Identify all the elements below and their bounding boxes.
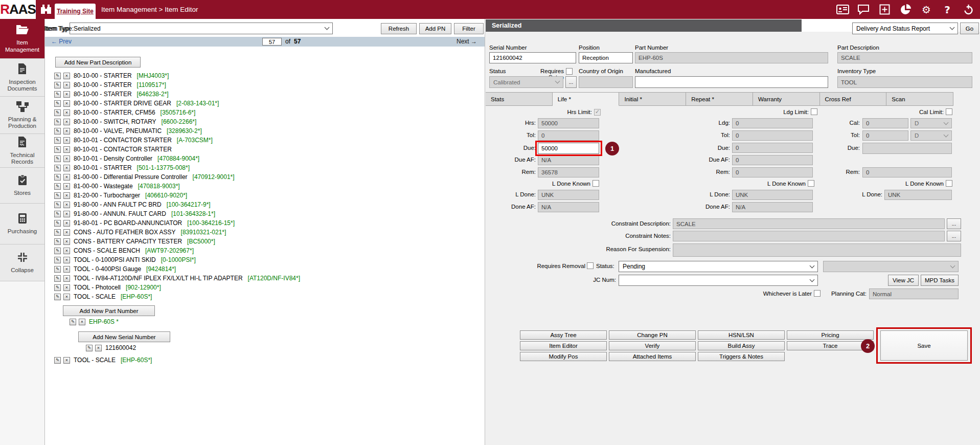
delete-x-icon[interactable]: × [95,345,102,351]
item-part-number[interactable]: [470884-9004*] [157,155,199,162]
item-part-number[interactable]: [646238-2*] [137,91,169,98]
delete-x-icon[interactable]: × [63,137,70,144]
jc-num-select[interactable] [619,275,818,286]
page-number-input[interactable]: 57 [262,38,282,46]
delete-x-icon[interactable]: × [63,146,70,153]
item-description[interactable]: CONS - SCALE BENCH [74,247,140,254]
sidebar-collapse-button[interactable]: Collapse [0,244,44,281]
item-part-number[interactable]: [AT120D/NF-IV84*] [248,275,300,282]
item-description[interactable]: 80-10-01 - CONTACTOR STARTER [74,137,172,144]
chat-icon[interactable] [857,3,870,16]
edit-icon[interactable]: ✎ [54,284,61,291]
edit-icon[interactable]: ✎ [54,183,61,190]
item-description[interactable]: 80-10-00 - STARTER [74,81,132,88]
item-part-number[interactable]: [501-1-13775-008*] [137,164,190,171]
report-select[interactable]: Delivery And Status Report [852,23,958,34]
edit-icon[interactable]: ✎ [54,229,61,236]
delete-x-icon[interactable]: × [63,211,70,217]
item-description[interactable]: 91-80-00 - ANN FAULT PC BRD [74,201,162,208]
edit-icon[interactable]: ✎ [54,192,61,199]
go-button[interactable]: Go [960,23,979,34]
sidebar-item-technical-records[interactable]: Technical Records [0,134,44,168]
item-description[interactable]: 80-10-00 - STARTER DRIVE GEAR [74,100,171,107]
id-card-icon[interactable] [836,3,849,16]
sidebar-item-planning-production[interactable]: Planning & Production [0,97,44,134]
item-part-number[interactable]: [BC5000*] [187,238,215,245]
item-description[interactable]: 91-80-00 - ANNUN. FAULT CARD [74,210,166,217]
help-icon[interactable]: ? [941,3,954,16]
item-description[interactable]: 80-10-00 - VALVE, PNEUMATIC [74,127,162,135]
action-button[interactable]: HSN/LSN [698,330,785,340]
serial-number-input[interactable]: 121600042 [489,52,576,63]
delete-x-icon[interactable]: × [63,119,70,125]
item-part-number[interactable]: [470912-9001*] [193,173,235,181]
refresh-button[interactable]: Refresh [381,23,417,34]
action-button[interactable]: Build Assy [698,341,785,350]
requires-setup-checkbox[interactable] [566,68,573,75]
item-part-number[interactable]: [EHP-60S*] [121,293,152,300]
edit-icon[interactable]: ✎ [54,266,61,273]
delete-x-icon[interactable]: × [63,220,70,227]
item-description[interactable]: 80-10-00 - STARTER, CFM56 [74,109,155,116]
edit-icon[interactable]: ✎ [54,146,61,153]
delete-x-icon[interactable]: × [63,174,70,181]
expanded-part-number[interactable]: EHP-60S * [89,318,119,325]
l-done-known-checkbox[interactable] [592,180,599,187]
binoculars-icon[interactable] [40,4,52,17]
detail-tab[interactable]: Cross Ref [820,92,887,106]
edit-icon[interactable]: ✎ [54,73,61,79]
delete-x-icon[interactable]: × [63,82,70,88]
cal-limit-checkbox[interactable] [946,108,952,115]
edit-icon[interactable]: ✎ [54,211,61,217]
action-button[interactable]: Triggers & Notes [698,352,785,361]
delete-x-icon[interactable]: × [63,192,70,199]
item-description[interactable]: 80-10-01 - CONTACTOR STARTER [74,146,172,153]
item-description[interactable]: 80-10-01 - STARTER [74,164,132,171]
item-part-number[interactable]: [MHJ4003*] [137,72,169,79]
edit-icon[interactable]: ✎ [54,119,61,125]
manufactured-input[interactable] [635,76,828,88]
item-description[interactable]: TOOL - 0-1000PSI ANTI SKID [74,256,156,263]
delete-x-icon[interactable]: × [63,155,70,162]
position-input[interactable]: Reception [579,52,633,63]
due-input[interactable]: 50000 [538,143,599,154]
sidebar-item-stores[interactable]: Stores [0,168,44,204]
item-part-number[interactable]: [A-703CSM*] [177,137,213,144]
item-part-number[interactable]: [100-364217-9*] [167,201,211,208]
edit-icon[interactable]: ✎ [70,319,76,325]
detail-tab[interactable]: Initial * [619,92,686,106]
edit-icon[interactable]: ✎ [54,128,61,135]
detail-tab[interactable]: Scan [886,92,953,106]
edit-icon[interactable]: ✎ [54,165,61,171]
item-description[interactable]: 80-10-00 - STARTER [74,91,132,98]
cal-l-done-known-checkbox[interactable] [946,180,952,187]
sidebar-item-purchasing[interactable]: Purchasing [0,204,44,244]
ldg-l-done-known-checkbox[interactable] [808,180,814,187]
item-part-number[interactable]: [100-364216-15*] [187,219,235,227]
item-part-number[interactable]: [6600-2266*] [162,118,197,125]
item-part-number[interactable]: [83910321-021*] [181,229,226,236]
expanded-serial-number[interactable]: 121600042 [105,344,136,351]
edit-icon[interactable]: ✎ [54,82,61,88]
settings-gear-icon[interactable]: ⚙ [920,3,933,16]
delete-x-icon[interactable]: × [63,257,70,263]
edit-icon[interactable]: ✎ [54,109,61,116]
item-description[interactable]: TOOL - SCALE [74,293,116,300]
action-button[interactable]: Modify Pos [520,352,607,361]
next-page-link[interactable]: Next → [457,38,477,45]
power-icon[interactable] [962,3,975,16]
prev-page-link[interactable]: ← Prev [51,38,72,45]
item-description[interactable]: TOOL - IV84-AT120D/NF IPLEX FX/LX/LT HI-… [74,275,243,282]
delete-x-icon[interactable]: × [63,275,70,282]
item-description[interactable]: 81-20-00 - Turbocharger [74,192,140,199]
removal-status-select[interactable]: Pending [619,261,818,272]
constraint-description-more-button[interactable]: ... [947,218,961,229]
detail-tab[interactable]: Stats [486,92,553,106]
add-new-part-number-button[interactable]: Add New Part Number [63,305,155,316]
edit-icon[interactable]: ✎ [54,257,61,263]
delete-x-icon[interactable]: × [63,284,70,291]
item-description[interactable]: TOOL - SCALE [74,357,116,364]
detail-tab[interactable]: Repeat * [686,92,753,106]
delete-x-icon[interactable]: × [63,238,70,245]
item-part-number[interactable]: [9424814*] [146,265,176,273]
